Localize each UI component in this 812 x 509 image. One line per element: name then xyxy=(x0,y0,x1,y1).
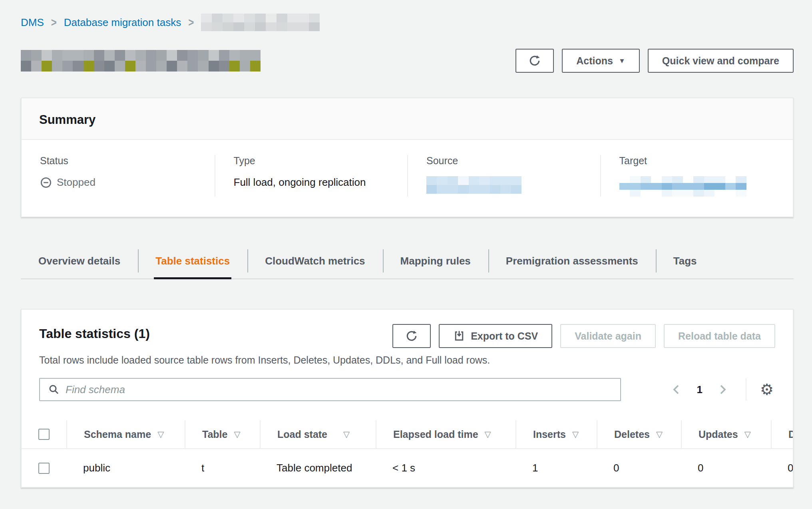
summary-field-status: Status Stopped xyxy=(22,155,215,197)
summary-panel: Summary Status Stopped Type Full load, o… xyxy=(21,97,794,217)
status-text: Stopped xyxy=(57,176,96,189)
tab-tags[interactable]: Tags xyxy=(656,247,714,278)
previous-page-button[interactable] xyxy=(668,380,685,399)
table-row: public t Table completed < 1 s 1 0 0 0 xyxy=(22,449,793,487)
tab-mapping-rules[interactable]: Mapping rules xyxy=(383,247,488,278)
schema-search-box xyxy=(39,378,621,401)
sort-icon: ▽ xyxy=(656,429,663,439)
breadcrumb-dms-link[interactable]: DMS xyxy=(21,16,44,29)
validate-again-button[interactable]: Validate again xyxy=(560,324,656,348)
source-label: Source xyxy=(426,155,600,167)
cell-elapsed-load-time: < 1 s xyxy=(376,449,515,487)
cell-load-state: Table completed xyxy=(260,449,376,487)
summary-field-type: Type Full load, ongoing replication xyxy=(215,155,408,197)
row-select-cell xyxy=(22,449,66,487)
refresh-icon xyxy=(528,54,541,67)
column-header-table[interactable]: Table ▽ xyxy=(185,420,260,448)
summary-title: Summary xyxy=(39,113,775,127)
status-label: Status xyxy=(40,155,215,167)
column-header-schema-name[interactable]: Schema name ▽ xyxy=(66,420,185,448)
cell-schema-name: public xyxy=(66,449,185,487)
cell-table: t xyxy=(185,449,260,487)
table-toolbar: 1 ⚙ xyxy=(22,366,793,401)
row-checkbox[interactable] xyxy=(38,463,50,474)
redacted-source-endpoint-link[interactable] xyxy=(426,176,521,194)
table-statistics-table: Schema name ▽ Table ▽ Load state ▽ Elaps… xyxy=(22,420,793,487)
table-statistics-actions: Export to CSV Validate again Reload tabl… xyxy=(392,324,775,348)
chevron-right-icon: > xyxy=(188,16,194,30)
table-statistics-header: Table statistics (1) Export to CSV xyxy=(22,310,793,348)
status-value: Stopped xyxy=(40,176,215,189)
toolbar-divider xyxy=(746,378,746,401)
pagination: 1 ⚙ xyxy=(668,378,775,401)
gear-icon: ⚙ xyxy=(760,381,774,398)
schema-search-input[interactable] xyxy=(66,384,612,396)
page-header: Actions ▼ Quick view and compare xyxy=(21,49,794,73)
table-refresh-button[interactable] xyxy=(392,324,431,348)
tab-table-statistics[interactable]: Table statistics xyxy=(138,247,247,278)
table-statistics-description: Total rows include loaded source table r… xyxy=(22,348,793,366)
summary-fields: Status Stopped Type Full load, ongoing r… xyxy=(22,140,793,217)
tab-premigration-assessments[interactable]: Premigration assessments xyxy=(488,247,656,278)
quick-view-compare-button[interactable]: Quick view and compare xyxy=(648,49,794,73)
cell-updates: 0 xyxy=(681,449,771,487)
sort-icon: ▽ xyxy=(572,429,579,439)
redacted-target-endpoint-link[interactable] xyxy=(619,176,746,197)
quick-view-label: Quick view and compare xyxy=(662,55,779,67)
table-statistics-panel: Table statistics (1) Export to CSV xyxy=(21,309,794,488)
table-header-row: Schema name ▽ Table ▽ Load state ▽ Elaps… xyxy=(22,420,793,449)
target-label: Target xyxy=(619,155,793,167)
header-button-group: Actions ▼ Quick view and compare xyxy=(515,49,794,73)
summary-panel-header: Summary xyxy=(22,98,793,140)
dms-task-page: DMS > Database migration tasks > Actions… xyxy=(0,0,812,488)
cell-inserts: 1 xyxy=(515,449,597,487)
search-icon xyxy=(48,384,60,396)
summary-field-source: Source xyxy=(407,155,600,197)
cell-ddls-truncated: 0 xyxy=(771,449,793,487)
table-statistics-title: Table statistics (1) xyxy=(39,324,150,341)
summary-field-target: Target xyxy=(600,155,793,197)
select-all-checkbox[interactable] xyxy=(38,429,50,440)
chevron-down-icon: ▼ xyxy=(619,57,625,65)
sort-icon: ▽ xyxy=(157,429,164,439)
cell-deletes: 0 xyxy=(597,449,681,487)
next-page-button[interactable] xyxy=(714,380,731,399)
table-preferences-button[interactable]: ⚙ xyxy=(758,380,775,399)
refresh-button[interactable] xyxy=(515,49,554,73)
export-csv-label: Export to CSV xyxy=(471,330,538,342)
column-header-inserts[interactable]: Inserts ▽ xyxy=(515,420,597,448)
column-header-deletes[interactable]: Deletes ▽ xyxy=(597,420,681,448)
refresh-icon xyxy=(405,330,418,342)
column-header-updates[interactable]: Updates ▽ xyxy=(681,420,771,448)
validate-again-label: Validate again xyxy=(575,330,641,342)
select-all-cell xyxy=(22,420,66,448)
chevron-right-icon xyxy=(718,384,728,396)
type-label: Type xyxy=(234,155,408,167)
sort-icon: ▽ xyxy=(234,429,240,439)
actions-button-label: Actions xyxy=(576,55,613,67)
sort-icon: ▽ xyxy=(343,429,350,439)
breadcrumb-tasks-link[interactable]: Database migration tasks xyxy=(64,16,181,29)
actions-button[interactable]: Actions ▼ xyxy=(562,49,640,73)
reload-table-data-button[interactable]: Reload table data xyxy=(664,324,775,348)
redacted-task-name-crumb xyxy=(201,14,320,31)
type-value: Full load, ongoing replication xyxy=(234,176,408,189)
chevron-left-icon xyxy=(671,384,681,396)
sort-icon: ▽ xyxy=(485,429,491,439)
chevron-right-icon: > xyxy=(51,16,57,30)
column-header-ddls-truncated[interactable]: D xyxy=(771,420,793,448)
reload-table-data-label: Reload table data xyxy=(678,330,761,342)
stopped-minus-circle-icon xyxy=(40,177,52,189)
download-icon xyxy=(453,330,465,342)
tab-cloudwatch-metrics[interactable]: CloudWatch metrics xyxy=(247,247,382,278)
column-header-load-state[interactable]: Load state ▽ xyxy=(260,420,376,448)
current-page-number[interactable]: 1 xyxy=(697,384,702,396)
tab-overview-details[interactable]: Overview details xyxy=(21,247,138,278)
sort-icon: ▽ xyxy=(744,429,751,439)
breadcrumb: DMS > Database migration tasks > xyxy=(21,14,794,31)
task-detail-tabs: Overview details Table statistics CloudW… xyxy=(21,247,794,279)
redacted-page-title xyxy=(21,50,261,72)
column-header-elapsed-load-time[interactable]: Elapsed load time ▽ xyxy=(376,420,515,448)
export-csv-button[interactable]: Export to CSV xyxy=(439,324,552,348)
